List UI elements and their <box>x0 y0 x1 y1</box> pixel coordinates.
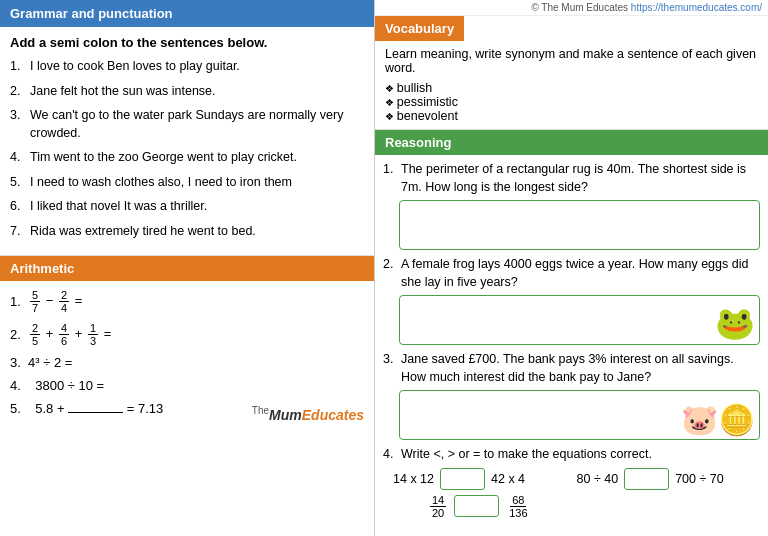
list-item: 2. 2 5 + 4 6 + <box>10 322 364 347</box>
grammar-content: Add a semi colon to the sentences below.… <box>0 27 374 255</box>
vocab-header: Vocabulary <box>375 16 464 41</box>
reasoning-item-4: 4. Write <, > or = to make the equations… <box>383 446 760 519</box>
eq-input-frac-1[interactable] <box>454 495 499 517</box>
list-item: 3.We can't go to the water park Sundays … <box>10 107 364 142</box>
answer-box-1[interactable] <box>399 200 760 250</box>
q-text: 4. Write <, > or = to make the equations… <box>383 446 760 464</box>
list-item: 5.I need to wash clothes also, I need to… <box>10 174 364 192</box>
eq-right-2: 700 ÷ 70 <box>675 472 724 486</box>
list-item: 1. 5 7 − 2 4 = <box>10 289 364 314</box>
reasoning-item-2: 2. A female frog lays 4000 eggs twice a … <box>383 256 760 345</box>
grammar-instruction: Add a semi colon to the sentences below. <box>10 35 364 50</box>
vocab-words: bullish pessimistic benevolent <box>375 81 768 129</box>
reasoning-item-3: 3. Jane saved £700. The bank pays 3% int… <box>383 351 760 440</box>
piggy-bank-icon: 🐷🪙 <box>681 402 755 437</box>
copyright-text: © The Mum Educates <box>531 2 630 13</box>
list-item: 3. 4³ ÷ 2 = <box>10 355 364 370</box>
vocab-title: Vocabulary <box>385 21 454 36</box>
list-item: 4. 3800 ÷ 10 = <box>10 378 364 393</box>
list-item: 1.I love to cook Ben loves to play guita… <box>10 58 364 76</box>
q-text: 2. A female frog lays 4000 eggs twice a … <box>383 256 760 291</box>
reasoning-title: Reasoning <box>385 135 451 150</box>
arithmetic-section: Arithmetic 1. 5 7 − 2 <box>0 255 374 432</box>
eq-right-1: 42 x 4 <box>491 472 525 486</box>
vocab-section: Vocabulary Learn meaning, write synonym … <box>375 16 768 130</box>
vocab-instruction: Learn meaning, write synonym and make a … <box>375 41 768 81</box>
reasoning-section: Reasoning 1. The perimeter of a rectangu… <box>375 130 768 531</box>
answer-box-2[interactable]: 🐸 <box>399 295 760 345</box>
list-item: 4.Tim went to the zoo George went to pla… <box>10 149 364 167</box>
eq-row-1: 14 x 12 42 x 4 <box>393 468 567 490</box>
list-item: 6.I liked that novel It was a thriller. <box>10 198 364 216</box>
arithmetic-title: Arithmetic <box>10 261 74 276</box>
q-text: 3. Jane saved £700. The bank pays 3% int… <box>383 351 760 386</box>
list-item: 7.Rida was extremely tired he went to be… <box>10 223 364 241</box>
eq-left-2: 80 ÷ 40 <box>577 472 619 486</box>
reasoning-header: Reasoning <box>375 130 768 155</box>
frog-icon: 🐸 <box>715 304 755 342</box>
grammar-section: Grammar and punctuation Add a semi colon… <box>0 0 374 255</box>
watermark: TheMumEducates <box>252 405 364 423</box>
main-container: Grammar and punctuation Add a semi colon… <box>0 0 768 536</box>
eq-fraction-row: 14 20 68 136 <box>383 494 760 519</box>
eq-row-2: 80 ÷ 40 700 ÷ 70 <box>577 468 751 490</box>
grammar-title: Grammar and punctuation <box>10 6 173 21</box>
reasoning-item-1: 1. The perimeter of a rectangular rug is… <box>383 161 760 250</box>
vocab-top: Vocabulary Learn meaning, write synonym … <box>375 16 768 81</box>
arith-list: 1. 5 7 − 2 4 = <box>10 289 364 416</box>
left-panel: Grammar and punctuation Add a semi colon… <box>0 0 375 536</box>
fraction-eq-1: 14 20 68 136 <box>393 494 567 519</box>
eq-input-1[interactable] <box>440 468 485 490</box>
list-item: pessimistic <box>385 95 758 109</box>
q-text: 1. The perimeter of a rectangular rug is… <box>383 161 760 196</box>
copyright-bar: © The Mum Educates https://themumeducate… <box>375 0 768 16</box>
eq-input-2[interactable] <box>624 468 669 490</box>
arithmetic-header: Arithmetic <box>0 256 374 281</box>
eq-left-1: 14 x 12 <box>393 472 434 486</box>
grammar-header: Grammar and punctuation <box>0 0 374 27</box>
list-item: 2.Jane felt hot the sun was intense. <box>10 83 364 101</box>
arithmetic-content: 1. 5 7 − 2 4 = <box>0 281 374 432</box>
right-panel: © The Mum Educates https://themumeducate… <box>375 0 768 536</box>
copyright-link[interactable]: https://themumeducates.com/ <box>631 2 762 13</box>
list-item: benevolent <box>385 109 758 123</box>
reasoning-content: 1. The perimeter of a rectangular rug is… <box>375 155 768 531</box>
grammar-list: 1.I love to cook Ben loves to play guita… <box>10 58 364 240</box>
answer-box-3[interactable]: 🐷🪙 <box>399 390 760 440</box>
list-item: bullish <box>385 81 758 95</box>
equations-grid: 14 x 12 42 x 4 80 ÷ 40 700 ÷ 70 <box>383 468 760 490</box>
